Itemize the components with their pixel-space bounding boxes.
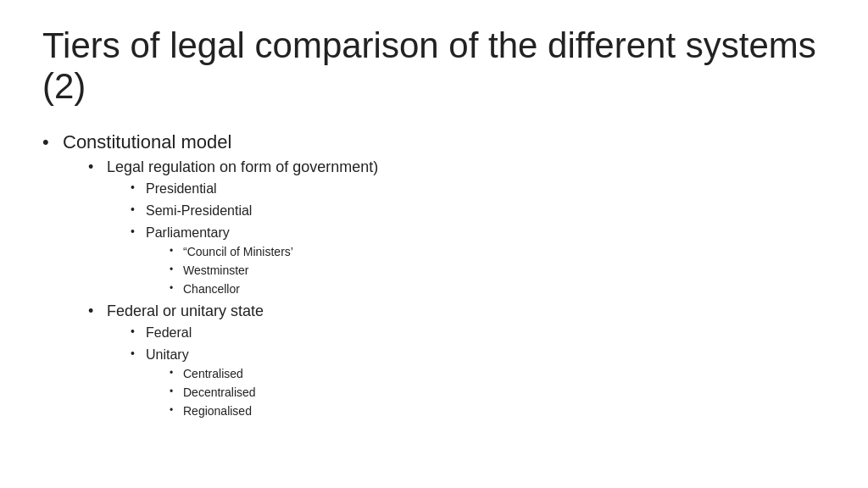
list-item: Semi-Presidential [131,201,826,221]
list-item: Federal or unitary state Federal Unitary… [88,300,826,420]
level3-list: Presidential Semi-Presidential Parliamen… [131,179,826,298]
list-item: Decentralised [170,384,826,402]
list-item: Centralised [170,365,826,383]
level3-list: Federal Unitary Centralised Decentralise [131,323,826,420]
item-label: Legal regulation on form of government) [107,158,378,175]
item-label: Unitary [146,347,189,362]
list-item: “Council of Ministers’ [170,243,826,261]
item-label: Centralised [183,367,243,380]
slide-content: Constitutional model Legal regulation on… [42,128,826,424]
item-label: Chancellor [183,282,240,296]
item-label: Federal or unitary state [107,302,264,319]
item-label: Parliamentary [146,225,230,240]
item-label: Regionalised [183,404,252,418]
list-item: Federal [131,323,826,343]
item-label: Westminster [183,263,249,277]
slide: Tiers of legal comparison of the differe… [0,0,868,488]
item-label: Presidential [146,181,217,196]
level4-list: “Council of Ministers’ Westminster Chanc… [170,243,826,298]
list-item: Parliamentary “Council of Ministers’ Wes… [131,223,826,298]
list-item: Chancellor [170,280,826,298]
item-label: Semi-Presidential [146,203,252,218]
level1-list: Constitutional model Legal regulation on… [42,128,826,420]
item-label: Decentralised [183,385,256,399]
list-item: Constitutional model Legal regulation on… [42,128,826,420]
list-item: Legal regulation on form of government) … [88,156,826,298]
list-item: Unitary Centralised Decentralised [131,345,826,420]
level2-list: Legal regulation on form of government) … [88,156,826,420]
list-item: Presidential [131,179,826,199]
list-item: Regionalised [170,402,826,420]
level4-list: Centralised Decentralised Regionalised [170,365,826,420]
slide-title: Tiers of legal comparison of the differe… [42,25,826,108]
item-label: Federal [146,325,192,340]
item-label: “Council of Ministers’ [183,245,293,258]
item-label: Constitutional model [63,131,231,152]
list-item: Westminster [170,262,826,280]
